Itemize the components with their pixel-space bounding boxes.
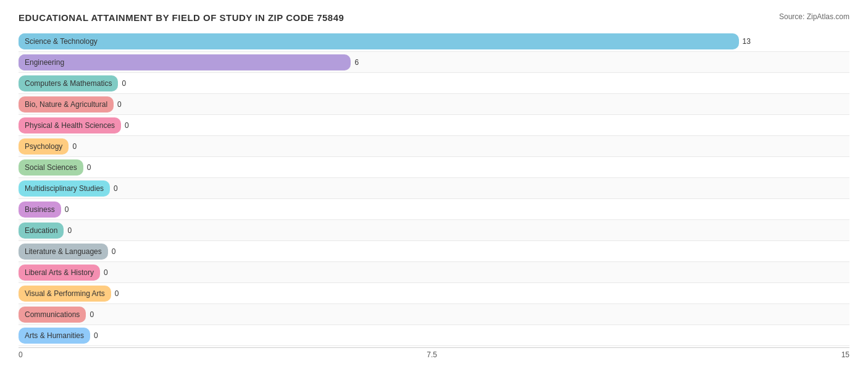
bar-row: Multidisciplinary Studies0 (19, 178, 849, 199)
bar-value: 0 (114, 184, 118, 193)
bar-row: Computers & Mathematics0 (19, 73, 849, 94)
bar-label: Liberal Arts & History (19, 265, 100, 281)
bar-label: Engineering (19, 54, 70, 70)
bar-value: 0 (72, 142, 77, 151)
bar-value: 0 (125, 121, 129, 130)
bar-row: Arts & Humanities0 (19, 325, 849, 346)
x-axis-label: 7.5 (427, 350, 437, 359)
bar-row: Communications0 (19, 304, 849, 325)
bar-value: 6 (354, 58, 359, 67)
bar-row: Social Sciences0 (19, 157, 849, 178)
bar-label: Business (19, 201, 61, 218)
x-axis-label: 15 (841, 350, 849, 359)
bar-value: 0 (115, 289, 119, 298)
bar-label: Visual & Performing Arts (19, 286, 111, 302)
bar-label: Communications (19, 307, 86, 323)
bar-row: Engineering6 (19, 52, 849, 73)
bar-label: Physical & Health Sciences (19, 117, 121, 134)
bar-value: 13 (743, 37, 751, 46)
bar-row: Liberal Arts & History0 (19, 262, 849, 283)
chart-wrapper: EDUCATIONAL ATTAINMENT BY FIELD OF STUDY… (19, 12, 849, 359)
bar-row: Visual & Performing Arts0 (19, 283, 849, 304)
bar-value: 0 (67, 226, 72, 235)
bar-value: 0 (117, 100, 122, 109)
x-axis-label: 0 (19, 350, 23, 359)
bar-value: 0 (122, 79, 126, 88)
bar-label: Computers & Mathematics (19, 75, 118, 91)
chart-area: Science & Technology13Engineering6Comput… (19, 31, 849, 359)
bar-value: 0 (94, 331, 98, 340)
bar-row: Psychology0 (19, 136, 849, 157)
bar-label: Psychology (19, 138, 69, 155)
bar-row: Physical & Health Sciences0 (19, 115, 849, 136)
bar-label: Arts & Humanities (19, 328, 90, 344)
bar-label: Social Sciences (19, 159, 83, 176)
bar-label: Education (19, 223, 64, 239)
bar-row: Education0 (19, 220, 849, 241)
bars-container: Science & Technology13Engineering6Comput… (19, 31, 849, 346)
bar-label: Science & Technology (19, 33, 104, 49)
chart-title: EDUCATIONAL ATTAINMENT BY FIELD OF STUDY… (19, 12, 344, 23)
bar-label: Literature & Languages (19, 244, 108, 260)
x-axis: 07.515 (19, 347, 849, 359)
bar-value: 0 (65, 205, 69, 214)
bar-value: 0 (104, 268, 108, 277)
bar-row: Bio, Nature & Agricultural0 (19, 94, 849, 115)
bar-row: Literature & Languages0 (19, 241, 849, 262)
bar-label: Bio, Nature & Agricultural (19, 96, 114, 112)
source-label: Source: ZipAtlas.com (779, 12, 849, 21)
bar-value: 0 (87, 163, 91, 172)
bar-value: 0 (112, 247, 116, 256)
bar-row: Business0 (19, 199, 849, 220)
bar-value: 0 (90, 310, 94, 319)
bar-label: Multidisciplinary Studies (19, 180, 110, 197)
bar-row: Science & Technology13 (19, 31, 849, 52)
